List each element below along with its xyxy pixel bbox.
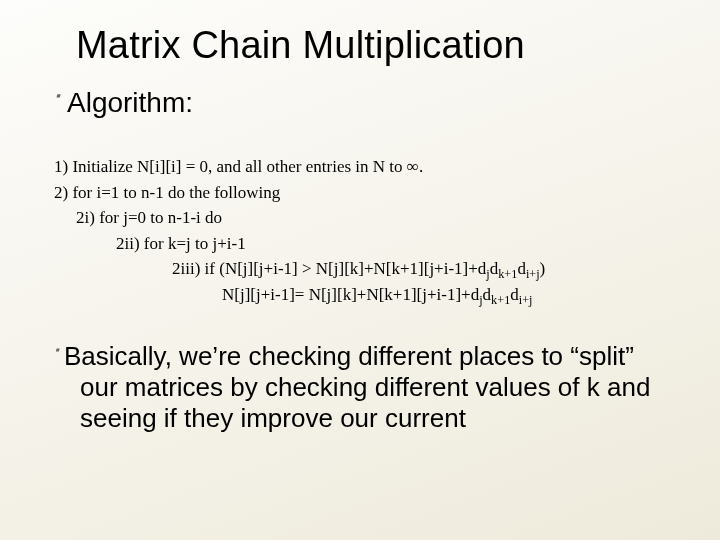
- algo-l5-part-d: ): [540, 259, 546, 278]
- algorithm-heading: Algorithm:: [67, 85, 193, 120]
- closing-lead: Basically,: [64, 341, 172, 371]
- algo-l5-sub2: k+1: [498, 267, 517, 281]
- algo-l5-part-a: 2iii) if (N[j][j+i-1] > N[j][k]+N[k+1][j…: [172, 259, 486, 278]
- algo-l6-part-a: N[j][j+i-1]= N[j][k]+N[k+1][j+i-1]+d: [222, 285, 479, 304]
- algo-line-2: 2) for i=1 to n-1 do the following: [54, 180, 684, 206]
- algo-l5-part-b: d: [490, 259, 499, 278]
- algo-line-5: 2iii) if (N[j][j+i-1] > N[j][k]+N[k+1][j…: [54, 256, 684, 282]
- closing-paragraph: ་Basically, we’re checking different pla…: [48, 341, 684, 435]
- algo-line-6: N[j][j+i-1]= N[j][k]+N[k+1][j+i-1]+djdk+…: [54, 282, 684, 308]
- algo-l5-sub3: i+j: [526, 267, 540, 281]
- slide: Matrix Chain Multiplication ་ Algorithm:…: [0, 0, 720, 540]
- algo-line-1: 1) Initialize N[i][i] = 0, and all other…: [54, 154, 684, 180]
- bullet-icon: ་: [48, 344, 60, 370]
- algorithm-pseudocode: 1) Initialize N[i][i] = 0, and all other…: [48, 154, 684, 307]
- algo-l6-sub3: i+j: [519, 293, 533, 307]
- bullet-icon: ་: [48, 91, 61, 117]
- algo-line-3: 2i) for j=0 to n-1-i do: [54, 205, 684, 231]
- algorithm-heading-row: ་ Algorithm:: [48, 85, 684, 120]
- algo-line-4: 2ii) for k=j to j+i-1: [54, 231, 684, 257]
- algo-l6-sub2: k+1: [491, 293, 510, 307]
- algo-l6-part-b: d: [483, 285, 492, 304]
- algo-l6-part-c: d: [510, 285, 519, 304]
- algo-l5-part-c: d: [517, 259, 526, 278]
- slide-title: Matrix Chain Multiplication: [76, 24, 684, 67]
